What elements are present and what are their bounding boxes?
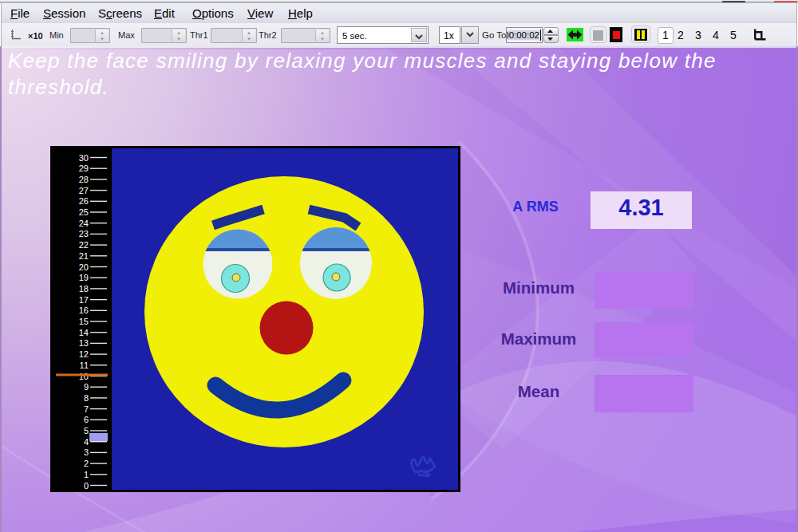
svg-text:14: 14 bbox=[79, 328, 89, 337]
svg-text:9: 9 bbox=[84, 382, 89, 392]
svg-text:19: 19 bbox=[79, 273, 89, 282]
svg-text:6: 6 bbox=[84, 415, 89, 424]
svg-text:12: 12 bbox=[79, 349, 89, 359]
svg-text:13: 13 bbox=[79, 338, 89, 348]
svg-text:22: 22 bbox=[79, 240, 89, 250]
svg-text:1: 1 bbox=[84, 470, 89, 479]
svg-text:7: 7 bbox=[84, 404, 89, 414]
svg-text:3: 3 bbox=[84, 447, 89, 457]
svg-text:16: 16 bbox=[79, 305, 89, 315]
svg-text:26: 26 bbox=[79, 196, 89, 206]
svg-text:0: 0 bbox=[84, 481, 89, 491]
svg-text:4: 4 bbox=[84, 437, 89, 447]
svg-text:24: 24 bbox=[79, 219, 89, 228]
svg-text:2: 2 bbox=[84, 459, 89, 468]
svg-text:25: 25 bbox=[79, 207, 89, 217]
svg-text:11: 11 bbox=[80, 361, 89, 370]
svg-text:29: 29 bbox=[79, 164, 89, 173]
svg-text:15: 15 bbox=[79, 317, 89, 326]
svg-text:18: 18 bbox=[79, 284, 89, 294]
svg-text:23: 23 bbox=[79, 229, 89, 238]
svg-text:8: 8 bbox=[84, 393, 89, 403]
svg-text:17: 17 bbox=[79, 295, 89, 305]
svg-text:28: 28 bbox=[79, 175, 89, 184]
svg-text:30: 30 bbox=[79, 153, 89, 163]
svg-text:21: 21 bbox=[79, 251, 89, 261]
svg-text:27: 27 bbox=[79, 186, 89, 195]
svg-text:20: 20 bbox=[79, 262, 89, 272]
svg-text:5: 5 bbox=[84, 426, 89, 435]
